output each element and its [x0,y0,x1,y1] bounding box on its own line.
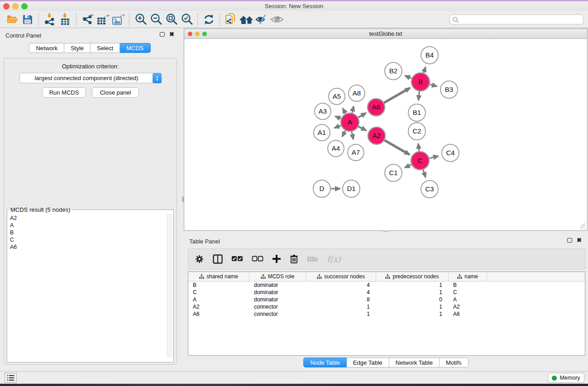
table-cell[interactable]: 4 [306,289,376,295]
graph-node-A5[interactable]: A5 [329,88,345,105]
zoom-fit-icon[interactable] [163,12,179,27]
column-header-successor-nodes[interactable]: successor nodes [306,272,376,281]
columns-icon[interactable] [213,254,223,264]
network-close-traffic-light[interactable] [188,32,192,36]
graph-edge-A-A6[interactable] [358,113,366,118]
graph-edge-A-A5[interactable] [343,109,346,114]
graph-edge-A6-B[interactable] [384,88,410,103]
table-cell[interactable]: dominator [249,289,306,295]
delete-column-icon[interactable] [290,254,298,264]
gear-icon[interactable] [195,254,204,264]
graph-edge-A-A8[interactable] [352,106,354,113]
graph-node-D1[interactable]: D1 [343,180,360,197]
float-table-panel-icon[interactable] [567,238,572,243]
graph-node-A8[interactable]: A8 [349,85,365,101]
tab-motifs[interactable]: Motifs [440,357,468,367]
table-cell[interactable]: 1 [376,311,449,317]
neighbors-icon[interactable] [239,12,254,27]
table-cell[interactable]: A2 [188,304,249,310]
graph-edge-C-C3[interactable] [423,170,426,177]
graph-node-A6[interactable]: A6 [368,99,385,116]
graph-edge-C-C1[interactable] [405,165,411,168]
export-image-icon[interactable] [110,12,126,27]
graph-node-A3[interactable]: A3 [315,103,331,119]
zoom-in-icon[interactable] [133,12,148,27]
column-header-name[interactable]: name [449,272,487,281]
zoom-traffic-light[interactable] [21,3,28,10]
network-vertical-scroll-thumb[interactable] [182,196,184,202]
graph-node-A1[interactable]: A1 [314,124,330,141]
mcds-result-item[interactable]: A6 [10,243,17,251]
show-all-icon[interactable] [269,12,285,27]
close-traffic-light[interactable] [3,3,10,10]
select-all-icon[interactable] [231,256,243,262]
open-folder-icon[interactable] [5,12,20,27]
network-horizontal-scroll-thumb[interactable] [383,230,389,232]
graph-edge-A-A7[interactable] [352,132,353,139]
table-cell[interactable]: 4 [306,282,376,288]
graph-node-C[interactable]: C [411,152,429,170]
add-column-icon[interactable] [272,254,281,263]
table-cell[interactable]: A6 [449,311,487,317]
refresh-icon[interactable] [201,12,216,27]
zoom-selected-icon[interactable] [179,12,194,27]
table-cell[interactable]: A2 [449,304,487,310]
table-cell[interactable]: 1 [306,311,376,317]
graph-edge-B-B4[interactable] [424,67,425,73]
column-header-MCDS-role[interactable]: MCDS role [249,272,306,281]
criterion-dropdown[interactable]: largest connected component (directed) ▲… [19,73,162,83]
table-cell[interactable]: B [449,282,487,288]
table-cell[interactable]: A [188,296,249,303]
memory-button[interactable]: Memory [548,373,584,383]
graph-edge-B-B2[interactable] [405,76,412,78]
mcds-result-item[interactable]: A2 [10,214,17,222]
mcds-result-item[interactable]: B [10,229,17,236]
tab-network-table[interactable]: Network Table [389,357,440,367]
import-network-icon[interactable] [42,12,57,27]
graph-node-D[interactable]: D [313,180,330,197]
export-table-icon[interactable] [95,12,110,27]
delete-table-icon[interactable] [307,255,318,262]
function-builder-icon[interactable]: f(x) [327,254,341,264]
tab-select[interactable]: Select [91,43,120,53]
table-cell[interactable]: 1 [376,289,449,295]
table-cell[interactable]: C [188,289,249,295]
graph-node-A4[interactable]: A4 [328,140,344,157]
table-cell[interactable]: 1 [306,304,376,310]
hide-selected-icon[interactable] [254,12,269,27]
graph-node-B1[interactable]: B1 [408,104,425,121]
table-row[interactable]: Bdominator41B [188,281,585,289]
tab-network[interactable]: Network [29,43,64,53]
tab-mcds[interactable]: MCDS [120,43,150,53]
table-cell[interactable]: connector [249,304,306,310]
close-panel-button[interactable]: Close panel [92,87,139,98]
column-header-shared-name[interactable]: shared name [188,272,249,281]
graph-edge-C-C2[interactable] [418,144,419,151]
graph-node-C4[interactable]: C4 [442,144,459,162]
table-cell[interactable]: A6 [188,311,249,317]
table-cell[interactable]: B [188,282,249,288]
network-window-titlebar[interactable]: testGlobe.txt [184,29,587,39]
tab-edge-table[interactable]: Edge Table [347,357,389,367]
graph-node-A2[interactable]: A2 [368,127,385,144]
table-cell[interactable]: 8 [306,296,376,303]
table-cell[interactable]: 1 [376,304,449,310]
mcds-result-item[interactable]: C [10,236,17,243]
column-header-predecessor-nodes[interactable]: predecessor nodes [376,272,449,281]
table-cell[interactable]: dominator [249,282,306,288]
table-cell[interactable]: dominator [249,296,306,303]
table-row[interactable]: A6connector11A6 [188,310,585,318]
search-box[interactable] [449,14,583,24]
graph-node-C2[interactable]: C2 [408,123,425,140]
import-table-icon[interactable] [57,12,73,27]
graph-node-B[interactable]: B [411,73,430,91]
mcds-result-item[interactable]: A [10,222,17,229]
network-canvas[interactable]: B4B2BB3A5A8A6A3AB1A1C2A2A4A7C4CC1C3DD1 [184,39,587,230]
deselect-all-icon[interactable] [252,256,263,262]
search-input[interactable] [459,16,583,23]
table-cell[interactable]: 1 [376,282,449,288]
graph-node-B2[interactable]: B2 [385,62,402,80]
new-network-from-selection-icon[interactable] [223,12,239,27]
graph-node-B3[interactable]: B3 [440,81,458,98]
graph-node-C1[interactable]: C1 [385,164,402,181]
